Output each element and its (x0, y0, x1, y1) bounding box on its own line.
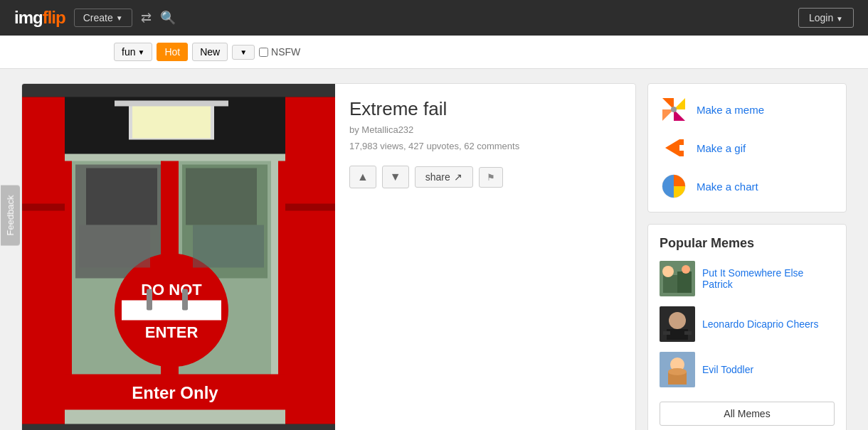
svg-rect-39 (679, 151, 684, 156)
share-icon: ↗ (454, 171, 462, 183)
make-meme-icon (660, 95, 688, 124)
nsfw-label: NSFW (271, 46, 300, 58)
upvote-button[interactable]: ▲ (349, 166, 376, 188)
popular-thumb-1 (660, 261, 695, 296)
popular-thumb-3 (660, 352, 695, 387)
svg-text:Enter Only: Enter Only (132, 383, 218, 402)
popular-thumb-2-img (660, 306, 695, 342)
make-chart-link[interactable]: Make a chart (660, 172, 835, 200)
make-gif-link[interactable]: Make a gif (660, 134, 835, 162)
make-panel: Make a meme Make a gif (647, 83, 847, 213)
all-memes-button[interactable]: All Memes (660, 402, 835, 426)
logo-img: img (14, 8, 43, 28)
svg-rect-5 (285, 97, 335, 424)
popular-name-2[interactable]: Leonardo Dicaprio Cheers (702, 318, 818, 330)
make-chart-icon (660, 172, 688, 200)
meme-stats: 17,983 views, 427 upvotes, 62 comments (349, 141, 621, 151)
meme-title: Extreme fail (349, 98, 621, 120)
list-item: Put It Somewhere Else Patrick (660, 261, 835, 296)
meme-image-area: DO NOT ENTER Enter Only (22, 84, 335, 430)
svg-point-35 (671, 107, 677, 112)
vote-share-bar: ▲ ▼ share ↗ ⚑ (349, 166, 621, 188)
share-button[interactable]: share ↗ (415, 166, 473, 188)
nsfw-checkbox[interactable] (259, 48, 268, 57)
subnav: fun ▼ Hot New ▼ NSFW (0, 36, 868, 69)
nsfw-check: NSFW (259, 46, 300, 58)
main-content: DO NOT ENTER Enter Only (7, 83, 861, 430)
search-icon[interactable]: 🔍 (160, 10, 176, 26)
svg-rect-3 (132, 106, 211, 139)
svg-rect-27 (285, 204, 335, 211)
svg-rect-29 (193, 225, 264, 268)
hot-filter-button[interactable]: Hot (157, 43, 188, 61)
header-left: imgflip Create ▼ ⇄ 🔍 (14, 8, 176, 28)
logo[interactable]: imgflip (14, 8, 65, 28)
make-gif-label: Make a gif (697, 142, 746, 154)
content-card: DO NOT ENTER Enter Only (21, 83, 636, 430)
fun-chevron-icon: ▼ (137, 48, 144, 56)
new-filter-button[interactable]: New (192, 43, 228, 61)
login-chevron-icon: ▼ (836, 15, 843, 23)
feedback-label: Feedback (5, 195, 16, 235)
svg-rect-11 (278, 161, 285, 403)
logo-flip: flip (43, 8, 65, 28)
svg-rect-43 (663, 275, 677, 293)
flag-icon: ⚑ (487, 172, 495, 183)
svg-rect-18 (122, 301, 221, 321)
upvote-icon: ▲ (357, 171, 369, 183)
downvote-icon: ▼ (390, 171, 401, 183)
svg-point-46 (682, 265, 690, 274)
make-gif-icon (660, 134, 688, 162)
more-filter-button[interactable]: ▼ (232, 45, 255, 60)
make-meme-link[interactable]: Make a meme (660, 95, 835, 124)
svg-text:ENTER: ENTER (145, 323, 199, 341)
svg-rect-28 (79, 225, 150, 268)
make-meme-label: Make a meme (697, 104, 764, 116)
login-button[interactable]: Login ▼ (798, 8, 854, 28)
sidebar: Make a meme Make a gif (647, 83, 847, 430)
svg-rect-15 (186, 168, 257, 225)
svg-rect-26 (22, 204, 65, 211)
popular-thumb-3-img (660, 352, 695, 387)
make-chart-label: Make a chart (697, 181, 758, 193)
meme-svg: DO NOT ENTER Enter Only (22, 84, 335, 430)
list-item: Leonardo Dicaprio Cheers (660, 306, 835, 342)
flag-button[interactable]: ⚑ (479, 167, 503, 188)
meme-author: by Metallica232 (349, 124, 621, 135)
popular-name-3[interactable]: Evil Toddler (702, 364, 753, 375)
create-button[interactable]: Create ▼ (74, 9, 132, 27)
create-chevron-icon: ▼ (116, 14, 123, 22)
svg-rect-38 (679, 139, 684, 145)
svg-point-55 (668, 368, 687, 375)
svg-point-45 (662, 266, 674, 277)
svg-rect-10 (65, 161, 72, 403)
shuffle-icon[interactable]: ⇄ (141, 10, 152, 26)
svg-rect-14 (86, 168, 157, 225)
svg-rect-24 (182, 289, 188, 311)
svg-point-48 (669, 312, 686, 329)
popular-panel: Popular Memes Put It Somewhere Else Patr… (647, 224, 847, 430)
popular-title: Popular Memes (660, 236, 835, 251)
svg-rect-23 (147, 289, 152, 311)
header: imgflip Create ▼ ⇄ 🔍 Login ▼ (0, 0, 868, 36)
popular-name-1[interactable]: Put It Somewhere Else Patrick (702, 267, 835, 290)
feedback-tab[interactable]: Feedback (1, 185, 20, 245)
downvote-button[interactable]: ▼ (382, 166, 409, 188)
meme-info: Extreme fail by Metallica232 17,983 view… (335, 84, 635, 430)
svg-rect-4 (22, 97, 65, 424)
svg-rect-50 (663, 331, 670, 335)
list-item: Evil Toddler (660, 352, 835, 387)
svg-rect-25 (115, 101, 228, 107)
svg-rect-44 (677, 272, 692, 293)
popular-thumb-2 (660, 306, 695, 342)
more-chevron-icon: ▼ (240, 48, 247, 56)
svg-rect-51 (684, 331, 692, 335)
popular-thumb-1-img (660, 261, 695, 296)
share-label: share (425, 171, 450, 183)
fun-filter-button[interactable]: fun ▼ (114, 43, 152, 61)
